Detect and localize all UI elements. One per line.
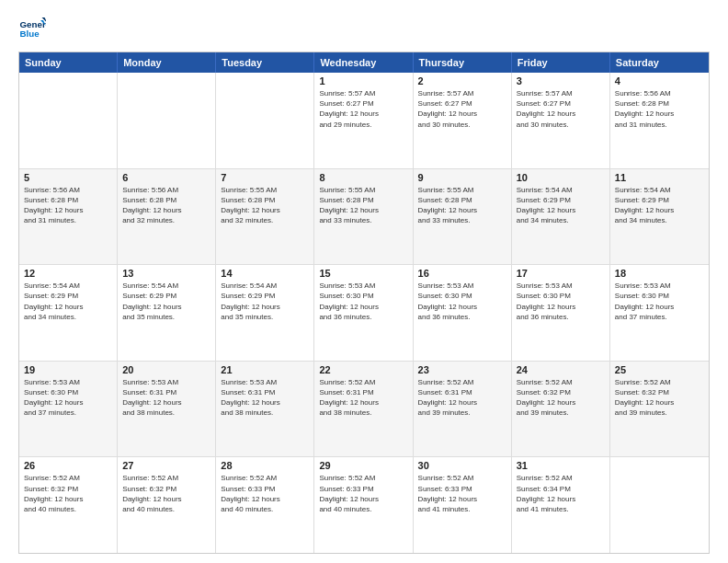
day-number: 19: [24, 364, 112, 375]
day-cell-13: 13Sunrise: 5:54 AMSunset: 6:29 PMDayligh…: [118, 265, 216, 361]
day-cell-2: 2Sunrise: 5:57 AMSunset: 6:27 PMDaylight…: [414, 73, 512, 168]
week-row-4: 19Sunrise: 5:53 AMSunset: 6:30 PMDayligh…: [19, 362, 709, 458]
day-info: Sunrise: 5:53 AMSunset: 6:30 PMDaylight:…: [517, 281, 605, 322]
calendar-body: 1Sunrise: 5:57 AMSunset: 6:27 PMDaylight…: [19, 73, 709, 553]
day-number: 20: [122, 364, 210, 375]
day-number: 5: [24, 172, 112, 183]
empty-cell: [216, 73, 314, 168]
day-info: Sunrise: 5:56 AMSunset: 6:28 PMDaylight:…: [24, 185, 112, 226]
day-cell-1: 1Sunrise: 5:57 AMSunset: 6:27 PMDaylight…: [314, 73, 413, 168]
day-info: Sunrise: 5:52 AMSunset: 6:31 PMDaylight:…: [418, 377, 506, 419]
day-number: 31: [517, 460, 605, 471]
calendar: SundayMondayTuesdayWednesdayThursdayFrid…: [18, 52, 710, 554]
day-info: Sunrise: 5:52 AMSunset: 6:32 PMDaylight:…: [615, 377, 704, 419]
header-day-tuesday: Tuesday: [216, 52, 314, 73]
day-info: Sunrise: 5:56 AMSunset: 6:28 PMDaylight:…: [122, 185, 210, 226]
day-info: Sunrise: 5:53 AMSunset: 6:30 PMDaylight:…: [319, 281, 407, 322]
header-day-sunday: Sunday: [19, 52, 118, 73]
week-row-2: 5Sunrise: 5:56 AMSunset: 6:28 PMDaylight…: [19, 169, 709, 266]
day-number: 6: [122, 172, 210, 183]
day-number: 4: [615, 75, 704, 86]
empty-cell: [118, 73, 216, 168]
day-number: 18: [615, 268, 704, 279]
day-number: 15: [319, 268, 407, 279]
day-info: Sunrise: 5:52 AMSunset: 6:33 PMDaylight:…: [221, 473, 309, 514]
day-info: Sunrise: 5:54 AMSunset: 6:29 PMDaylight:…: [24, 281, 112, 322]
day-number: 11: [615, 172, 704, 183]
day-number: 22: [319, 364, 407, 375]
day-info: Sunrise: 5:52 AMSunset: 6:32 PMDaylight:…: [24, 473, 112, 514]
day-info: Sunrise: 5:54 AMSunset: 6:29 PMDaylight:…: [615, 185, 704, 226]
header-day-monday: Monday: [118, 52, 216, 73]
day-info: Sunrise: 5:53 AMSunset: 6:30 PMDaylight:…: [418, 281, 506, 322]
day-cell-25: 25Sunrise: 5:52 AMSunset: 6:32 PMDayligh…: [610, 362, 709, 457]
day-info: Sunrise: 5:56 AMSunset: 6:28 PMDaylight:…: [615, 88, 704, 130]
day-info: Sunrise: 5:52 AMSunset: 6:31 PMDaylight:…: [319, 377, 407, 419]
day-cell-20: 20Sunrise: 5:53 AMSunset: 6:31 PMDayligh…: [118, 362, 216, 457]
day-cell-17: 17Sunrise: 5:53 AMSunset: 6:30 PMDayligh…: [512, 265, 610, 361]
day-info: Sunrise: 5:54 AMSunset: 6:29 PMDaylight:…: [221, 281, 309, 322]
day-number: 10: [517, 172, 605, 183]
day-number: 23: [418, 364, 506, 375]
header-day-wednesday: Wednesday: [314, 52, 413, 73]
day-number: 21: [221, 364, 309, 375]
day-number: 13: [122, 268, 210, 279]
week-row-1: 1Sunrise: 5:57 AMSunset: 6:27 PMDaylight…: [19, 73, 709, 169]
day-info: Sunrise: 5:54 AMSunset: 6:29 PMDaylight:…: [517, 185, 605, 226]
header-day-thursday: Thursday: [414, 52, 512, 73]
day-number: 29: [319, 460, 407, 471]
day-info: Sunrise: 5:52 AMSunset: 6:32 PMDaylight:…: [517, 377, 605, 419]
day-info: Sunrise: 5:57 AMSunset: 6:27 PMDaylight:…: [319, 88, 407, 130]
day-info: Sunrise: 5:55 AMSunset: 6:28 PMDaylight:…: [221, 185, 309, 226]
day-number: 30: [418, 460, 506, 471]
day-number: 12: [24, 268, 112, 279]
day-cell-15: 15Sunrise: 5:53 AMSunset: 6:30 PMDayligh…: [314, 265, 413, 361]
day-cell-26: 26Sunrise: 5:52 AMSunset: 6:32 PMDayligh…: [19, 457, 118, 553]
day-cell-31: 31Sunrise: 5:52 AMSunset: 6:34 PMDayligh…: [512, 457, 610, 553]
day-number: 3: [517, 75, 605, 86]
day-cell-24: 24Sunrise: 5:52 AMSunset: 6:32 PMDayligh…: [512, 362, 610, 457]
day-cell-6: 6Sunrise: 5:56 AMSunset: 6:28 PMDaylight…: [118, 169, 216, 265]
day-info: Sunrise: 5:52 AMSunset: 6:34 PMDaylight:…: [517, 473, 605, 514]
day-cell-22: 22Sunrise: 5:52 AMSunset: 6:31 PMDayligh…: [314, 362, 413, 457]
day-cell-8: 8Sunrise: 5:55 AMSunset: 6:28 PMDaylight…: [314, 169, 413, 265]
day-number: 7: [221, 172, 309, 183]
day-number: 25: [615, 364, 704, 375]
day-number: 2: [418, 75, 506, 86]
day-info: Sunrise: 5:53 AMSunset: 6:30 PMDaylight:…: [24, 377, 112, 419]
day-cell-18: 18Sunrise: 5:53 AMSunset: 6:30 PMDayligh…: [610, 265, 709, 361]
day-cell-11: 11Sunrise: 5:54 AMSunset: 6:29 PMDayligh…: [610, 169, 709, 265]
day-cell-29: 29Sunrise: 5:52 AMSunset: 6:33 PMDayligh…: [314, 457, 413, 553]
day-cell-14: 14Sunrise: 5:54 AMSunset: 6:29 PMDayligh…: [216, 265, 314, 361]
day-cell-30: 30Sunrise: 5:52 AMSunset: 6:33 PMDayligh…: [414, 457, 512, 553]
day-number: 9: [418, 172, 506, 183]
day-number: 28: [221, 460, 309, 471]
day-cell-19: 19Sunrise: 5:53 AMSunset: 6:30 PMDayligh…: [19, 362, 118, 457]
day-cell-7: 7Sunrise: 5:55 AMSunset: 6:28 PMDaylight…: [216, 169, 314, 265]
day-info: Sunrise: 5:57 AMSunset: 6:27 PMDaylight:…: [517, 88, 605, 130]
day-number: 24: [517, 364, 605, 375]
day-cell-4: 4Sunrise: 5:56 AMSunset: 6:28 PMDaylight…: [610, 73, 709, 168]
header-day-friday: Friday: [512, 52, 610, 73]
day-info: Sunrise: 5:52 AMSunset: 6:32 PMDaylight:…: [122, 473, 210, 514]
day-info: Sunrise: 5:52 AMSunset: 6:33 PMDaylight:…: [319, 473, 407, 514]
day-number: 14: [221, 268, 309, 279]
logo-icon: General Blue: [18, 15, 46, 42]
svg-text:Blue: Blue: [20, 29, 40, 39]
day-cell-21: 21Sunrise: 5:53 AMSunset: 6:31 PMDayligh…: [216, 362, 314, 457]
day-cell-28: 28Sunrise: 5:52 AMSunset: 6:33 PMDayligh…: [216, 457, 314, 553]
day-cell-3: 3Sunrise: 5:57 AMSunset: 6:27 PMDaylight…: [512, 73, 610, 168]
day-cell-10: 10Sunrise: 5:54 AMSunset: 6:29 PMDayligh…: [512, 169, 610, 265]
day-cell-12: 12Sunrise: 5:54 AMSunset: 6:29 PMDayligh…: [19, 265, 118, 361]
week-row-5: 26Sunrise: 5:52 AMSunset: 6:32 PMDayligh…: [19, 457, 709, 553]
day-number: 17: [517, 268, 605, 279]
day-info: Sunrise: 5:55 AMSunset: 6:28 PMDaylight:…: [418, 185, 506, 226]
logo: General Blue: [18, 15, 46, 42]
day-info: Sunrise: 5:54 AMSunset: 6:29 PMDaylight:…: [122, 281, 210, 322]
day-number: 1: [319, 75, 407, 86]
day-cell-16: 16Sunrise: 5:53 AMSunset: 6:30 PMDayligh…: [414, 265, 512, 361]
header: General Blue: [18, 15, 710, 42]
day-number: 16: [418, 268, 506, 279]
empty-cell: [610, 457, 709, 553]
day-info: Sunrise: 5:57 AMSunset: 6:27 PMDaylight:…: [418, 88, 506, 130]
